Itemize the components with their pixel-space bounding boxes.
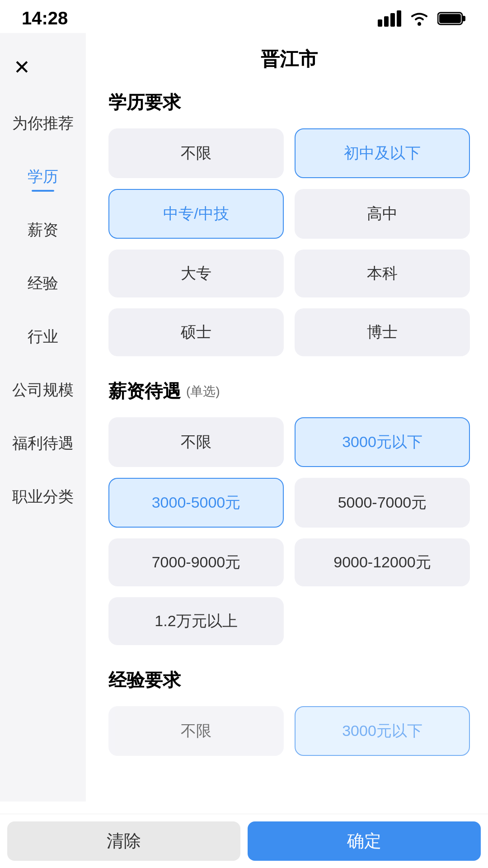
salary-options: 不限 3000元以下 3000-5000元 5000-7000元 7000-90…	[108, 417, 470, 645]
sidebar-item-experience[interactable]: 经验	[0, 257, 86, 310]
wifi-icon	[408, 10, 430, 27]
sal-7k-9k-btn[interactable]: 7000-9000元	[108, 538, 284, 586]
exp-3k-btn[interactable]: 3000元以下	[295, 706, 470, 756]
svg-rect-6	[439, 14, 461, 23]
exp-any-btn[interactable]: 不限	[108, 706, 284, 756]
sal-3k-5k-btn[interactable]: 3000-5000元	[108, 478, 284, 528]
edu-any-btn[interactable]: 不限	[108, 128, 284, 178]
svg-rect-7	[462, 16, 465, 21]
svg-rect-2	[390, 13, 395, 27]
sal-9k-12k-btn[interactable]: 9000-12000元	[295, 538, 470, 586]
page-title: 晋江市	[108, 33, 470, 90]
edu-phd-btn[interactable]: 博士	[295, 308, 470, 356]
sidebar: ✕ 为你推荐 学历 薪资 经验 行业 公司规模 福利待遇 职业分类	[0, 33, 86, 802]
education-options: 不限 初中及以下 中专/中技 高中 大专 本科 硕士 博士	[108, 128, 470, 356]
bottom-bar: 清除 确定	[0, 814, 488, 868]
sal-3k-btn[interactable]: 3000元以下	[295, 417, 470, 467]
edu-vocational-btn[interactable]: 中专/中技	[108, 189, 284, 239]
edu-highschool-btn[interactable]: 高中	[295, 189, 470, 239]
sal-any-btn[interactable]: 不限	[108, 417, 284, 467]
experience-partial-options: 不限 3000元以下	[108, 706, 470, 756]
sidebar-item-recommend[interactable]: 为你推荐	[0, 97, 86, 150]
edu-college-btn[interactable]: 大专	[108, 250, 284, 297]
svg-rect-3	[397, 10, 401, 27]
sal-12k-btn[interactable]: 1.2万元以上	[108, 597, 284, 645]
main-container: ✕ 为你推荐 学历 薪资 经验 行业 公司规模 福利待遇 职业分类 晋江市 学历…	[0, 33, 488, 802]
sidebar-item-benefits[interactable]: 福利待遇	[0, 417, 86, 470]
sidebar-item-industry[interactable]: 行业	[0, 310, 86, 363]
education-section-title: 学历要求	[108, 90, 470, 115]
sidebar-item-education[interactable]: 学历	[0, 150, 86, 203]
status-icons	[378, 10, 466, 27]
experience-section-title: 经验要求	[108, 668, 470, 693]
clear-button[interactable]: 清除	[7, 821, 240, 861]
sidebar-item-company-size[interactable]: 公司规模	[0, 363, 86, 417]
edu-master-btn[interactable]: 硕士	[108, 308, 284, 356]
status-time: 14:28	[22, 8, 68, 28]
svg-rect-1	[384, 16, 389, 27]
edu-junior-btn[interactable]: 初中及以下	[295, 128, 470, 178]
sidebar-item-job-type[interactable]: 职业分类	[0, 470, 86, 524]
battery-icon	[437, 11, 466, 26]
svg-rect-0	[378, 19, 382, 27]
status-bar: 14:28	[0, 0, 488, 33]
signal-icon	[378, 10, 401, 27]
sidebar-item-salary[interactable]: 薪资	[0, 203, 86, 257]
svg-point-4	[418, 22, 421, 26]
edu-bachelor-btn[interactable]: 本科	[295, 250, 470, 297]
content-area: 晋江市 学历要求 不限 初中及以下 中专/中技 高中 大专 本科 硕士 博士 薪…	[86, 33, 488, 802]
sal-5k-7k-btn[interactable]: 5000-7000元	[295, 478, 470, 528]
confirm-button[interactable]: 确定	[248, 821, 481, 861]
salary-section-title: 薪资待遇 (单选)	[108, 379, 470, 404]
close-button[interactable]: ✕	[0, 47, 86, 97]
